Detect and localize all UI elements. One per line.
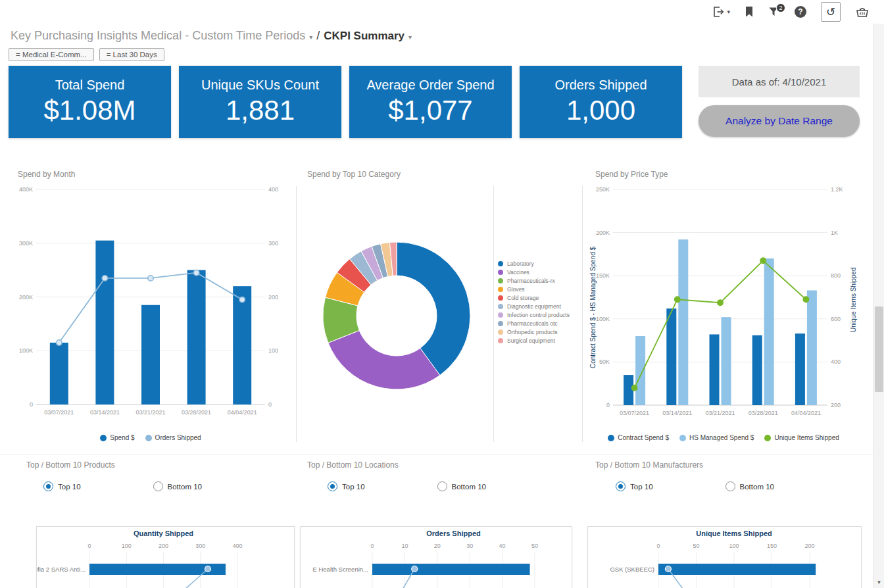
legend-item[interactable]: Pharmaceuticals otc (498, 320, 576, 327)
legend-item[interactable]: Contract Spend $ (608, 434, 669, 441)
kpi-value: $1,077 (388, 95, 472, 126)
legend-item[interactable]: Vaccines (498, 269, 576, 276)
locations-radio-top-10[interactable]: Top 10 (328, 481, 365, 491)
locations-radio-bottom-10[interactable]: Bottom 10 (437, 481, 486, 491)
svg-text:200: 200 (804, 543, 814, 549)
manufacturers-chart-card: Unique Items Shipped050100150200GSK (SKB… (587, 526, 862, 588)
legend-item[interactable]: Spend $ (100, 434, 134, 441)
legend-item[interactable]: Diagnostic equipment (498, 303, 576, 310)
chevron-down-icon[interactable]: ▾ (408, 34, 412, 41)
svg-text:0: 0 (268, 401, 272, 408)
legend-dot (498, 270, 503, 275)
svg-text:600: 600 (831, 316, 841, 322)
legend-dot (498, 295, 503, 301)
legend-dot (498, 330, 503, 335)
page-title[interactable]: CKPI Summary (324, 30, 405, 43)
legend-label: Pharmaceuticals otc (507, 320, 558, 327)
svg-text:03/14/2021: 03/14/2021 (90, 409, 120, 416)
chart-title-spend-by-month: Spend by Month (18, 170, 75, 179)
export-button[interactable]: ▾ (712, 5, 730, 18)
svg-text:04/04/2021: 04/04/2021 (228, 409, 257, 416)
kpi-card-average-order-spend[interactable]: Average Order Spend $1,077 (349, 66, 512, 138)
svg-text:800: 800 (831, 272, 841, 279)
bookmark-button[interactable] (745, 6, 754, 18)
legend-item[interactable]: Infection control products (498, 312, 576, 318)
legend-label: Gloves (507, 286, 524, 293)
legend-dot (498, 321, 503, 326)
filter-chip-last-30-days[interactable]: = Last 30 Days (99, 48, 164, 61)
svg-text:100: 100 (729, 543, 739, 549)
legend-label: Infection control products (507, 312, 570, 318)
basket-button[interactable] (855, 6, 870, 18)
legend-item[interactable]: Cold storage (498, 295, 576, 301)
kpi-card-unique-skus[interactable]: Unique SKUs Count 1,881 (179, 66, 341, 138)
scrollbar[interactable]: ▼ (873, 24, 884, 588)
legend-label: Surgical equipment (507, 337, 555, 344)
legend-item[interactable]: Surgical equipment (498, 337, 576, 344)
svg-text:03/28/2021: 03/28/2021 (182, 409, 211, 416)
locations-mini-chart[interactable]: Orders Shipped01020304050E Health Screen… (301, 527, 572, 588)
spend-by-price-type-chart[interactable]: 250K1.2K200K1K150K800100K60050K400020003… (585, 181, 862, 426)
help-button[interactable]: ? (795, 6, 806, 18)
legend-label: Orders Shipped (155, 434, 201, 441)
svg-text:0: 0 (656, 543, 660, 549)
svg-text:250K: 250K (596, 186, 610, 193)
scrollbar-thumb[interactable] (875, 306, 883, 392)
panel-divider (493, 186, 494, 442)
radio-label: Bottom 10 (452, 483, 486, 491)
legend-item[interactable]: Orthopedic products (498, 329, 576, 335)
legend-label: Contract Spend $ (618, 434, 669, 441)
svg-text:40: 40 (499, 543, 506, 549)
legend-label: Orthopedic products (507, 329, 558, 335)
analyze-by-date-range-button[interactable]: Analyze by Date Range (699, 105, 860, 137)
manufacturers-radio-bottom-10[interactable]: Bottom 10 (725, 481, 774, 491)
radio-label: Top 10 (58, 483, 81, 491)
svg-text:100: 100 (122, 543, 132, 549)
export-icon (712, 5, 725, 18)
legend-item[interactable]: Unique Items Shipped (764, 434, 839, 441)
legend-label: Diagnostic equipment (507, 303, 561, 310)
legend-item[interactable]: HS Managed Spend $ (679, 434, 754, 441)
svg-text:200K: 200K (19, 294, 33, 301)
report-title[interactable]: Key Purchasing Insights Medical - Custom… (11, 29, 305, 43)
products-radio-top-10[interactable]: Top 10 (43, 481, 81, 491)
legend-item[interactable]: Laboratory (498, 260, 576, 267)
scroll-down-arrow[interactable]: ▼ (873, 577, 884, 588)
radio-selected-icon (43, 481, 53, 491)
spend-by-category-donut-chart[interactable] (318, 237, 476, 395)
chevron-down-icon[interactable]: ▾ (309, 34, 312, 41)
products-mini-chart[interactable]: Quantity Shipped0100200300400Sofia 2 SAR… (37, 527, 294, 588)
svg-text:50: 50 (693, 543, 699, 549)
legend-label: Unique Items Shipped (774, 434, 839, 441)
radio-unselected-icon (153, 481, 163, 491)
legend-dot (145, 435, 152, 441)
legend-item[interactable]: Gloves (498, 286, 576, 293)
refresh-icon: ↺ (826, 5, 835, 19)
manufacturers-mini-chart[interactable]: Unique Items Shipped050100150200GSK (SKB… (588, 527, 861, 588)
filter-button[interactable]: 2 (768, 6, 780, 18)
radio-label: Bottom 10 (168, 483, 202, 491)
svg-text:1.2K: 1.2K (831, 186, 843, 193)
legend-item[interactable]: Orders Shipped (145, 434, 201, 441)
filter-chip-medical-ecommerce[interactable]: = Medical E-Comm... (9, 48, 94, 61)
basket-icon (855, 6, 870, 18)
products-radio-bottom-10[interactable]: Bottom 10 (153, 481, 202, 491)
manufacturers-radio-group: Top 10 Bottom 10 (616, 481, 774, 491)
svg-text:400K: 400K (19, 186, 33, 193)
svg-text:400: 400 (268, 186, 278, 193)
kpi-card-total-spend[interactable]: Total Spend $1.08M (9, 66, 171, 138)
products-radio-group: Top 10 Bottom 10 (43, 481, 202, 491)
spend-by-price-type-legend: Contract Spend $HS Managed Spend $Unique… (585, 434, 862, 441)
svg-text:04/04/2021: 04/04/2021 (791, 410, 821, 416)
legend-dot (498, 338, 503, 343)
kpi-card-orders-shipped[interactable]: Orders Shipped 1,000 (520, 66, 682, 138)
svg-text:0: 0 (30, 401, 33, 408)
spend-by-month-chart[interactable]: 400K400300K300200K200100K1000003/07/2021… (9, 181, 293, 426)
manufacturers-radio-top-10[interactable]: Top 10 (616, 481, 653, 491)
svg-text:20: 20 (434, 543, 441, 549)
kpi-title: Unique SKUs Count (201, 78, 319, 93)
refresh-button[interactable]: ↺ (821, 2, 841, 22)
radio-selected-icon (328, 481, 337, 491)
legend-item[interactable]: Pharmaceuticals-rx (498, 278, 576, 284)
panel-title-products: Top / Bottom 10 Products (26, 460, 115, 470)
